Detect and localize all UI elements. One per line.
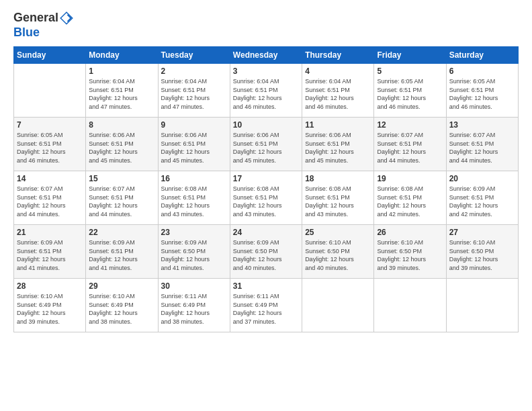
calendar-cell: 13Sunrise: 6:07 AM Sunset: 6:51 PM Dayli… (446, 118, 518, 171)
calendar-cell (374, 279, 446, 332)
day-number: 8 (89, 120, 154, 130)
calendar-cell: 19Sunrise: 6:08 AM Sunset: 6:51 PM Dayli… (374, 171, 446, 225)
day-number: 18 (305, 174, 371, 183)
day-info: Sunrise: 6:04 AM Sunset: 6:51 PM Dayligh… (161, 77, 227, 111)
day-number: 3 (233, 66, 299, 76)
calendar-cell: 15Sunrise: 6:07 AM Sunset: 6:51 PM Dayli… (86, 171, 158, 225)
day-number: 11 (305, 120, 371, 130)
col-header-thursday: Thursday (302, 47, 374, 64)
day-info: Sunrise: 6:05 AM Sunset: 6:51 PM Dayligh… (377, 77, 443, 111)
calendar-cell: 31Sunrise: 6:11 AM Sunset: 6:49 PM Dayli… (230, 279, 302, 332)
day-info: Sunrise: 6:06 AM Sunset: 6:51 PM Dayligh… (161, 131, 227, 165)
day-number: 13 (449, 120, 515, 130)
day-number: 7 (17, 120, 83, 130)
calendar-cell: 25Sunrise: 6:10 AM Sunset: 6:50 PM Dayli… (302, 225, 374, 279)
calendar-cell: 14Sunrise: 6:07 AM Sunset: 6:51 PM Dayli… (14, 171, 86, 225)
day-info: Sunrise: 6:09 AM Sunset: 6:50 PM Dayligh… (161, 238, 227, 272)
calendar-cell: 29Sunrise: 6:10 AM Sunset: 6:49 PM Dayli… (86, 279, 158, 332)
day-number: 17 (233, 174, 299, 183)
calendar-cell: 21Sunrise: 6:09 AM Sunset: 6:51 PM Dayli… (14, 225, 86, 279)
day-info: Sunrise: 6:08 AM Sunset: 6:51 PM Dayligh… (377, 185, 443, 218)
day-info: Sunrise: 6:07 AM Sunset: 6:51 PM Dayligh… (449, 131, 515, 165)
calendar-cell: 4Sunrise: 6:04 AM Sunset: 6:51 PM Daylig… (302, 64, 374, 118)
calendar-cell: 22Sunrise: 6:09 AM Sunset: 6:51 PM Dayli… (86, 225, 158, 279)
day-info: Sunrise: 6:05 AM Sunset: 6:51 PM Dayligh… (17, 131, 83, 165)
day-info: Sunrise: 6:07 AM Sunset: 6:51 PM Dayligh… (89, 185, 154, 218)
day-number: 21 (17, 228, 83, 237)
logo-general-text: General (13, 11, 58, 26)
logo-blue-text: Blue (13, 26, 75, 40)
day-number: 1 (89, 66, 154, 76)
calendar-cell: 30Sunrise: 6:11 AM Sunset: 6:49 PM Dayli… (158, 279, 230, 332)
day-number: 28 (17, 281, 83, 291)
calendar-cell: 17Sunrise: 6:08 AM Sunset: 6:51 PM Dayli… (230, 171, 302, 225)
col-header-tuesday: Tuesday (158, 47, 230, 64)
col-header-sunday: Sunday (14, 47, 86, 64)
col-header-friday: Friday (374, 47, 446, 64)
day-info: Sunrise: 6:10 AM Sunset: 6:49 PM Dayligh… (17, 292, 83, 326)
calendar-cell: 27Sunrise: 6:10 AM Sunset: 6:50 PM Dayli… (446, 225, 518, 279)
day-number: 31 (233, 281, 299, 291)
day-info: Sunrise: 6:11 AM Sunset: 6:49 PM Dayligh… (161, 292, 227, 326)
day-number: 9 (161, 120, 227, 130)
day-number: 23 (161, 228, 227, 237)
calendar-cell: 3Sunrise: 6:04 AM Sunset: 6:51 PM Daylig… (230, 64, 302, 118)
day-number: 27 (449, 228, 515, 237)
calendar-cell: 12Sunrise: 6:07 AM Sunset: 6:51 PM Dayli… (374, 118, 446, 171)
day-info: Sunrise: 6:06 AM Sunset: 6:51 PM Dayligh… (89, 131, 154, 165)
calendar-cell: 6Sunrise: 6:05 AM Sunset: 6:51 PM Daylig… (446, 64, 518, 118)
day-info: Sunrise: 6:10 AM Sunset: 6:50 PM Dayligh… (305, 238, 371, 272)
calendar-cell: 20Sunrise: 6:09 AM Sunset: 6:51 PM Dayli… (446, 171, 518, 225)
day-number: 2 (161, 66, 227, 76)
calendar-cell: 28Sunrise: 6:10 AM Sunset: 6:49 PM Dayli… (14, 279, 86, 332)
calendar-cell: 16Sunrise: 6:08 AM Sunset: 6:51 PM Dayli… (158, 171, 230, 225)
day-info: Sunrise: 6:06 AM Sunset: 6:51 PM Dayligh… (305, 131, 371, 165)
day-info: Sunrise: 6:09 AM Sunset: 6:51 PM Dayligh… (17, 238, 83, 272)
logo: General Blue (13, 11, 75, 40)
calendar-table: SundayMondayTuesdayWednesdayThursdayFrid… (13, 46, 519, 332)
calendar-cell: 7Sunrise: 6:05 AM Sunset: 6:51 PM Daylig… (14, 118, 86, 171)
day-info: Sunrise: 6:06 AM Sunset: 6:51 PM Dayligh… (233, 131, 299, 165)
day-number: 24 (233, 228, 299, 237)
day-number: 15 (89, 174, 154, 183)
day-info: Sunrise: 6:07 AM Sunset: 6:51 PM Dayligh… (377, 131, 443, 165)
day-number: 4 (305, 66, 371, 76)
calendar-cell: 24Sunrise: 6:09 AM Sunset: 6:50 PM Dayli… (230, 225, 302, 279)
col-header-monday: Monday (86, 47, 158, 64)
day-info: Sunrise: 6:10 AM Sunset: 6:50 PM Dayligh… (449, 238, 515, 272)
calendar-cell: 9Sunrise: 6:06 AM Sunset: 6:51 PM Daylig… (158, 118, 230, 171)
day-number: 20 (449, 174, 515, 183)
day-info: Sunrise: 6:11 AM Sunset: 6:49 PM Dayligh… (233, 292, 299, 326)
day-info: Sunrise: 6:09 AM Sunset: 6:51 PM Dayligh… (449, 185, 515, 218)
day-info: Sunrise: 6:04 AM Sunset: 6:51 PM Dayligh… (89, 77, 154, 111)
day-info: Sunrise: 6:09 AM Sunset: 6:51 PM Dayligh… (89, 238, 154, 272)
col-header-saturday: Saturday (446, 47, 518, 64)
calendar-cell: 18Sunrise: 6:08 AM Sunset: 6:51 PM Dayli… (302, 171, 374, 225)
day-number: 25 (305, 228, 371, 237)
calendar-cell: 8Sunrise: 6:06 AM Sunset: 6:51 PM Daylig… (86, 118, 158, 171)
day-number: 22 (89, 228, 154, 237)
calendar-cell (302, 279, 374, 332)
calendar-cell: 26Sunrise: 6:10 AM Sunset: 6:50 PM Dayli… (374, 225, 446, 279)
calendar-cell: 1Sunrise: 6:04 AM Sunset: 6:51 PM Daylig… (86, 64, 158, 118)
day-number: 30 (161, 281, 227, 291)
calendar-cell: 2Sunrise: 6:04 AM Sunset: 6:51 PM Daylig… (158, 64, 230, 118)
day-info: Sunrise: 6:10 AM Sunset: 6:49 PM Dayligh… (89, 292, 154, 326)
day-info: Sunrise: 6:09 AM Sunset: 6:50 PM Dayligh… (233, 238, 299, 272)
calendar-cell: 10Sunrise: 6:06 AM Sunset: 6:51 PM Dayli… (230, 118, 302, 171)
day-number: 14 (17, 174, 83, 183)
day-number: 6 (449, 66, 515, 76)
day-number: 10 (233, 120, 299, 130)
day-info: Sunrise: 6:08 AM Sunset: 6:51 PM Dayligh… (305, 185, 371, 218)
day-info: Sunrise: 6:05 AM Sunset: 6:51 PM Dayligh… (449, 77, 515, 111)
day-number: 12 (377, 120, 443, 130)
calendar-cell (14, 64, 86, 118)
day-number: 19 (377, 174, 443, 183)
col-header-wednesday: Wednesday (230, 47, 302, 64)
calendar-cell: 23Sunrise: 6:09 AM Sunset: 6:50 PM Dayli… (158, 225, 230, 279)
calendar-cell: 11Sunrise: 6:06 AM Sunset: 6:51 PM Dayli… (302, 118, 374, 171)
day-info: Sunrise: 6:07 AM Sunset: 6:51 PM Dayligh… (17, 185, 83, 218)
day-number: 5 (377, 66, 443, 76)
day-info: Sunrise: 6:10 AM Sunset: 6:50 PM Dayligh… (377, 238, 443, 272)
day-info: Sunrise: 6:08 AM Sunset: 6:51 PM Dayligh… (161, 185, 227, 218)
